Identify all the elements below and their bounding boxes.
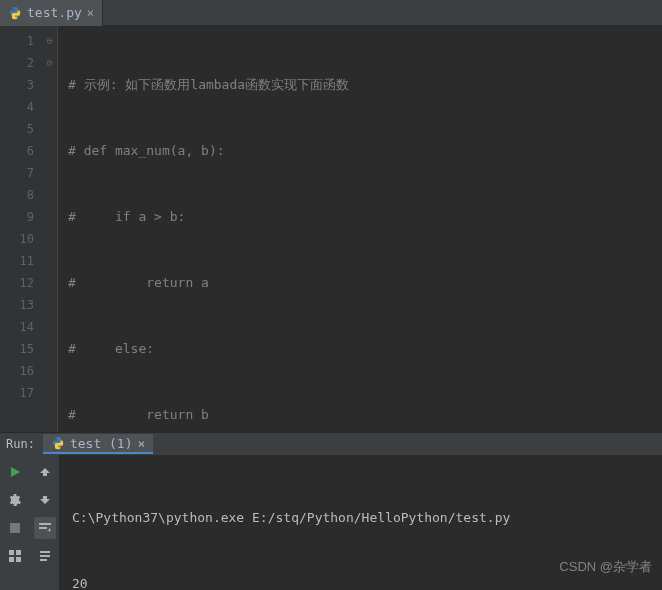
editor-pane: 1 2 3 4 5 6 7 8 9 10 11 12 13 14 15 16 1…: [0, 26, 662, 432]
line-number: 4: [4, 96, 34, 118]
run-label: Run:: [0, 437, 43, 451]
code-line: # 示例: 如下函数用lambada函数实现下面函数: [68, 74, 349, 96]
close-icon[interactable]: ×: [87, 6, 94, 20]
line-number: 2: [4, 52, 34, 74]
console-line: 20: [72, 573, 662, 590]
stop-button[interactable]: [4, 517, 26, 539]
run-tool-bar: Run: test (1) ×: [0, 432, 662, 455]
line-number: 3: [4, 74, 34, 96]
line-number: 14: [4, 316, 34, 338]
line-number: 15: [4, 338, 34, 360]
code-line: # return a: [68, 272, 209, 294]
svg-rect-2: [16, 550, 21, 555]
svg-rect-3: [9, 557, 14, 562]
code-line: # return b: [68, 404, 209, 426]
close-icon[interactable]: ×: [138, 436, 146, 451]
code-text-area[interactable]: # 示例: 如下函数用lambada函数实现下面函数 # def max_num…: [58, 26, 662, 432]
svg-rect-1: [9, 550, 14, 555]
rerun-button[interactable]: [4, 461, 26, 483]
line-number: 7: [4, 162, 34, 184]
print-button[interactable]: [34, 545, 56, 567]
console-output[interactable]: C:\Python37\python.exe E:/stq/Python/Hel…: [60, 455, 662, 590]
svg-rect-8: [40, 555, 50, 557]
code-line: # def max_num(a, b):: [68, 140, 225, 162]
line-number: 13: [4, 294, 34, 316]
fold-toggle[interactable]: ⊖: [42, 52, 57, 74]
svg-rect-7: [40, 551, 50, 553]
line-gutter: 1 2 3 4 5 6 7 8 9 10 11 12 13 14 15 16 1…: [0, 26, 42, 432]
svg-rect-5: [39, 523, 51, 525]
svg-rect-0: [10, 523, 20, 533]
scroll-up-button[interactable]: [34, 461, 56, 483]
line-number: 6: [4, 140, 34, 162]
python-icon: [51, 436, 65, 450]
line-number: 16: [4, 360, 34, 382]
editor-tab-bar: test.py ×: [0, 0, 662, 26]
line-number: 17: [4, 382, 34, 404]
line-number: 1: [4, 30, 34, 52]
code-line: # else:: [68, 338, 154, 360]
file-tab-label: test.py: [27, 5, 82, 20]
fold-gutter: ⊖ ⊖: [42, 26, 58, 432]
soft-wrap-button[interactable]: [34, 517, 56, 539]
line-number: 8: [4, 184, 34, 206]
svg-rect-4: [16, 557, 21, 562]
python-icon: [8, 6, 22, 20]
run-tab-label: test (1): [70, 436, 133, 451]
code-line: # if a > b:: [68, 206, 185, 228]
console-panel: C:\Python37\python.exe E:/stq/Python/Hel…: [0, 455, 662, 590]
svg-rect-6: [39, 527, 47, 529]
settings-button[interactable]: [4, 489, 26, 511]
scroll-down-button[interactable]: [34, 489, 56, 511]
run-tool-column-right: [30, 455, 60, 590]
layout-button[interactable]: [4, 545, 26, 567]
file-tab[interactable]: test.py ×: [0, 0, 103, 26]
console-line: C:\Python37\python.exe E:/stq/Python/Hel…: [72, 507, 662, 529]
run-tab[interactable]: test (1) ×: [43, 434, 153, 454]
line-number: 9: [4, 206, 34, 228]
line-number: 10: [4, 228, 34, 250]
line-number: 5: [4, 118, 34, 140]
fold-toggle[interactable]: ⊖: [42, 30, 57, 52]
run-tool-column-left: [0, 455, 30, 590]
svg-rect-9: [40, 559, 47, 561]
line-number: 12: [4, 272, 34, 294]
line-number: 11: [4, 250, 34, 272]
